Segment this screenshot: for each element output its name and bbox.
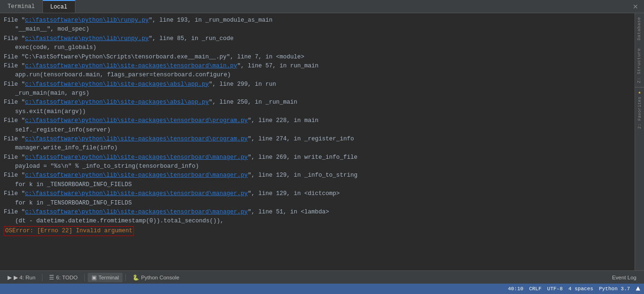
event-log-label: Event Log — [612, 275, 636, 280]
terminal-line-17: payload = "%s\n" % _info_to_string(tenso… — [4, 162, 631, 171]
file-link-6[interactable]: c:\fastsoftware\python\lib\site-packages… — [25, 63, 237, 69]
database-panel-label[interactable]: Database — [635, 13, 644, 44]
todo-label: 6: TODO — [56, 275, 78, 280]
terminal-line-18: File "c:\fastsoftware\python\lib\site-pa… — [4, 171, 631, 180]
status-position[interactable]: 40:10 — [508, 286, 523, 292]
run-label: ▶ 4: Run — [14, 274, 35, 281]
right-panel: Database Z: Structure ★ 2: Favorites — [635, 13, 644, 270]
terminal-icon: ▣ — [91, 274, 97, 281]
status-python-version[interactable]: Python 3.7 — [599, 286, 630, 292]
tab-terminal[interactable]: Terminal — [0, 0, 43, 13]
file-link-8[interactable]: c:\fastsoftware\python\lib\site-packages… — [25, 81, 209, 88]
run-icon: ▶ — [8, 274, 12, 281]
terminal-line-4: exec(code, run_globals) — [4, 43, 631, 52]
todo-button[interactable]: ☰ 6: TODO — [45, 273, 82, 282]
file-link-12[interactable]: c:\fastsoftware\python\lib\site-packages… — [25, 117, 248, 124]
file-link-3[interactable]: c:\fastsoftware\python\lib\runpy.py — [25, 35, 149, 42]
terminal-line-7: app.run(tensorboard.main, flags_parser=t… — [4, 71, 631, 80]
terminal-line-19: for k in _TENSORBOARD_INFO_FIELDS — [4, 180, 631, 189]
status-line-ending[interactable]: CRLF — [529, 286, 541, 292]
python-console-label: Python Console — [141, 275, 179, 280]
structure-panel-label[interactable]: Z: Structure — [635, 44, 644, 87]
status-encoding[interactable]: UTF-8 — [547, 286, 563, 292]
terminal-line-8: File "c:\fastsoftware\python\lib\site-pa… — [4, 80, 631, 89]
terminal-line-9: _run_main(main, args) — [4, 89, 631, 98]
file-link-14[interactable]: c:\fastsoftware\python\lib\site-packages… — [25, 136, 248, 142]
python-console-icon: 🐍 — [132, 274, 139, 281]
terminal-line-5: File "C:\FastSoftware\Python\Scripts\ten… — [4, 53, 631, 62]
favorites-label[interactable]: 2: Favorites — [637, 97, 642, 129]
terminal-line-6: File "c:\fastsoftware\python\lib\site-pa… — [4, 62, 631, 71]
terminal-line-10: File "c:\fastsoftware\python\lib\site-pa… — [4, 98, 631, 107]
terminal-line-20: File "c:\fastsoftware\python\lib\site-pa… — [4, 189, 631, 198]
terminal-btn-label: Terminal — [99, 275, 119, 280]
terminal-line-15: manager.write_info_file(info) — [4, 144, 631, 153]
terminal-line-14: File "c:\fastsoftware\python\lib\site-pa… — [4, 135, 631, 144]
status-expand-icon[interactable]: ▲ — [636, 285, 640, 293]
file-link-16[interactable]: c:\fastsoftware\python\lib\site-packages… — [25, 154, 248, 161]
terminal-line-12: File "c:\fastsoftware\python\lib\site-pa… — [4, 116, 631, 125]
error-message: OSError: [Errno 22] Invalid argument — [4, 226, 134, 236]
separator-1 — [42, 274, 42, 281]
tab-actions: ✕ — [631, 2, 644, 11]
separator-3 — [125, 274, 126, 281]
terminal-content[interactable]: File "c:\fastsoftware\python\lib\runpy.p… — [0, 13, 635, 270]
terminal-line-23: (dt - datetime.datetime.fromtimestamp(0)… — [4, 217, 631, 226]
terminal-line-24: OSError: [Errno 22] Invalid argument — [4, 226, 631, 236]
favorites-star-icon: ★ — [638, 90, 641, 95]
terminal-button[interactable]: ▣ Terminal — [88, 273, 123, 282]
file-link-22[interactable]: c:\fastsoftware\python\lib\site-packages… — [25, 209, 248, 215]
tab-bar: Terminal Local ✕ — [0, 0, 644, 13]
terminal-line-11: sys.exit(main(argv)) — [4, 107, 631, 116]
separator-2 — [84, 274, 85, 281]
run-button[interactable]: ▶ ▶ 4: Run — [4, 273, 39, 282]
file-link-20[interactable]: c:\fastsoftware\python\lib\site-packages… — [25, 190, 248, 197]
terminal-line-16: File "c:\fastsoftware\python\lib\site-pa… — [4, 153, 631, 162]
tab-local[interactable]: Local — [43, 0, 75, 13]
terminal-line-22: File "c:\fastsoftware\python\lib\site-pa… — [4, 208, 631, 217]
bottom-toolbar: ▶ ▶ 4: Run ☰ 6: TODO ▣ Terminal 🐍 Python… — [0, 270, 644, 284]
close-tab-button[interactable]: ✕ — [631, 2, 640, 11]
status-indent[interactable]: 4 spaces — [569, 286, 594, 292]
terminal-line-2: "__main__", mod_spec) — [4, 25, 631, 34]
terminal-line-3: File "c:\fastsoftware\python\lib\runpy.p… — [4, 34, 631, 43]
event-log-button[interactable]: Event Log — [608, 273, 640, 282]
python-console-button[interactable]: 🐍 Python Console — [129, 273, 183, 282]
terminal-line-13: self._register_info(server) — [4, 126, 631, 135]
tab-local-label: Local — [50, 4, 67, 10]
todo-icon: ☰ — [49, 274, 54, 281]
terminal-line-1: File "c:\fastsoftware\python\lib\runpy.p… — [4, 16, 631, 25]
file-link-1[interactable]: c:\fastsoftware\python\lib\runpy.py — [25, 17, 149, 24]
tab-terminal-label: Terminal — [8, 3, 35, 10]
status-bar: 40:10 CRLF UTF-8 4 spaces Python 3.7 ▲ — [0, 284, 644, 294]
file-link-10[interactable]: c:\fastsoftware\python\lib\site-packages… — [25, 99, 209, 106]
main-area: File "c:\fastsoftware\python\lib\runpy.p… — [0, 13, 644, 270]
file-link-18[interactable]: c:\fastsoftware\python\lib\site-packages… — [25, 172, 248, 179]
terminal-line-21: for k in _TENSORBOARD_INFO_FIELDS — [4, 199, 631, 208]
favorites-panel: ★ 2: Favorites — [635, 87, 644, 270]
